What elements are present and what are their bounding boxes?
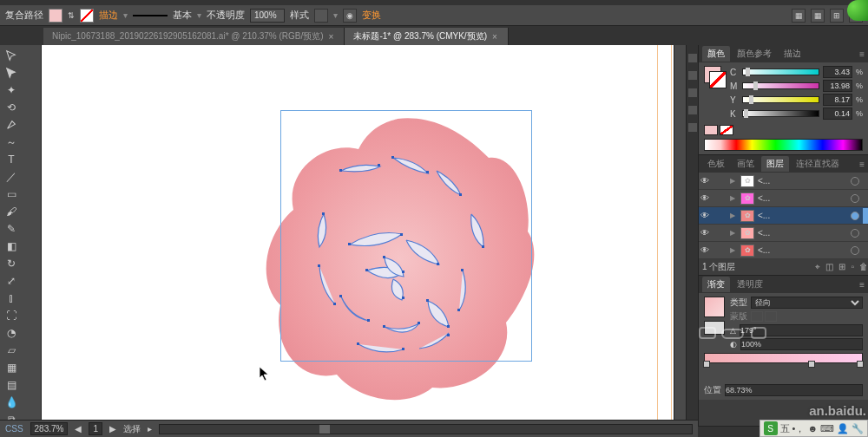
dock-icon[interactable] <box>688 123 697 132</box>
free-transform-tool[interactable]: ⛶ <box>2 307 21 324</box>
artboard-prev-icon[interactable]: ◀ <box>75 424 82 434</box>
zoom-input[interactable]: 283.7% <box>30 422 69 435</box>
lasso-tool[interactable]: ⟲ <box>2 99 21 116</box>
selection-bounding-box[interactable] <box>280 110 532 362</box>
layer-name[interactable]: <... <box>758 245 847 255</box>
visibility-icon[interactable]: 👁 <box>699 193 711 203</box>
disclosure-icon[interactable]: ▶ <box>730 212 737 219</box>
tab-color[interactable]: 颜色 <box>702 46 730 62</box>
gradient-stop[interactable] <box>703 361 710 368</box>
dock-icon[interactable] <box>688 54 697 62</box>
rectangle-tool[interactable]: ▭ <box>2 186 21 203</box>
document-tab-active[interactable]: 未标题-1* @ 283.7% (CMYK/预览) × <box>345 28 508 45</box>
rotate-tool[interactable]: ↻ <box>2 255 21 272</box>
shape-builder-tool[interactable]: ◔ <box>2 324 21 342</box>
stroke-preview[interactable] <box>709 71 727 88</box>
ime-mode-label[interactable]: 五 <box>780 422 790 435</box>
guide-line[interactable] <box>657 45 658 427</box>
channel-slider[interactable] <box>742 96 819 103</box>
delete-layer-icon[interactable]: 🗑 <box>859 262 868 272</box>
dock-icon[interactable] <box>688 106 697 114</box>
swap-icon[interactable]: ⇅ <box>68 11 75 20</box>
align-icon-3[interactable]: ⊞ <box>830 9 844 23</box>
dock-icon[interactable] <box>688 88 697 97</box>
new-layer-icon[interactable]: ▫ <box>851 262 854 272</box>
ime-toolbar[interactable]: S 五 •， ☻ ⌨ 👤 🔧 <box>760 420 868 437</box>
gradient-stop[interactable] <box>808 361 815 368</box>
tab-brushes[interactable]: 画笔 <box>732 156 760 172</box>
gradient-tool[interactable]: ▤ <box>2 376 21 394</box>
channel-value-input[interactable] <box>823 80 852 92</box>
artboard-number[interactable]: 1 <box>89 422 102 435</box>
channel-slider[interactable] <box>742 110 819 117</box>
gradient-slider[interactable] <box>704 353 863 363</box>
gradient-location-input[interactable] <box>725 384 863 396</box>
disclosure-icon[interactable]: ▶ <box>730 194 737 202</box>
layer-name[interactable]: <... <box>758 193 847 203</box>
ime-logo-icon[interactable]: S <box>764 421 778 435</box>
target-icon[interactable] <box>851 212 859 220</box>
locate-object-icon[interactable]: ⌖ <box>815 262 820 272</box>
channel-value-input[interactable] <box>823 94 852 106</box>
eraser-tool[interactable]: ◧ <box>2 238 21 255</box>
ime-person-icon[interactable]: 👤 <box>837 423 849 434</box>
layer-row[interactable]: 👁 ▶ ✿ <... <box>699 225 868 242</box>
visibility-icon[interactable]: 👁 <box>699 245 711 255</box>
disclosure-icon[interactable]: ▶ <box>730 229 737 237</box>
curvature-tool[interactable]: ～ <box>2 134 21 151</box>
panel-menu-icon[interactable]: ≡ <box>859 49 865 59</box>
type-tool[interactable]: T <box>2 151 21 168</box>
channel-slider[interactable] <box>742 82 819 89</box>
mesh-tool[interactable]: ▦ <box>2 359 21 376</box>
ime-settings-icon[interactable]: 🔧 <box>852 423 864 434</box>
visibility-icon[interactable]: 👁 <box>699 211 711 220</box>
layer-row[interactable]: 👁 ▶ ✿ <... <box>699 207 868 225</box>
layer-row[interactable]: 👁 ▶ ✿ <... <box>699 190 868 207</box>
tab-color-guide[interactable]: 颜色参考 <box>732 46 777 62</box>
disclosure-icon[interactable]: ▶ <box>730 246 737 254</box>
dock-icon[interactable] <box>688 71 697 80</box>
target-icon[interactable] <box>851 194 859 203</box>
channel-value-input[interactable] <box>823 108 852 120</box>
direct-selection-tool[interactable] <box>2 64 21 82</box>
disclosure-icon[interactable]: ▶ <box>730 177 737 185</box>
none-swatch[interactable] <box>720 125 733 135</box>
line-tool[interactable]: ／ <box>2 168 21 186</box>
artboard-next-icon[interactable]: ▶ <box>109 424 116 434</box>
panel-menu-icon[interactable]: ≡ <box>859 160 865 169</box>
tab-layers[interactable]: 图层 <box>761 156 789 172</box>
layer-row[interactable]: 👁 ▶ ✿ <... <box>699 242 868 259</box>
visibility-icon[interactable]: 👁 <box>699 176 711 186</box>
tab-pathfinder[interactable]: 连径直找器 <box>791 156 845 172</box>
ime-emoji-icon[interactable]: ☻ <box>807 423 818 434</box>
layer-name[interactable]: <... <box>758 211 847 220</box>
eyedropper-tool[interactable]: 💧 <box>2 394 21 411</box>
layer-name[interactable]: <... <box>758 228 847 238</box>
stroke-link[interactable]: 描边 <box>99 9 118 22</box>
panel-menu-icon[interactable]: ≡ <box>859 280 865 290</box>
gradient-type-select[interactable]: 径向 <box>751 297 863 309</box>
pen-tool[interactable] <box>2 116 21 134</box>
user-avatar-icon[interactable] <box>847 0 868 21</box>
new-sublayer-icon[interactable]: ⊞ <box>838 262 845 272</box>
color-spectrum[interactable] <box>704 139 863 151</box>
fill-swatch[interactable] <box>49 9 62 23</box>
tab-stroke[interactable]: 描边 <box>779 46 806 62</box>
target-icon[interactable] <box>851 229 859 238</box>
document-tab[interactable]: Nipic_10673188_20190226192905162081.ai* … <box>43 28 345 45</box>
ime-punct-icon[interactable]: •， <box>792 422 806 435</box>
ime-keyboard-icon[interactable]: ⌨ <box>820 423 834 434</box>
close-icon[interactable]: × <box>492 32 497 42</box>
gradient-stop[interactable] <box>857 361 864 368</box>
selection-tool[interactable] <box>2 47 21 64</box>
guide-line[interactable] <box>671 45 672 427</box>
width-tool[interactable]: ⫿ <box>2 290 21 307</box>
target-icon[interactable] <box>851 177 859 186</box>
tab-swatches[interactable]: 色板 <box>702 156 730 172</box>
layer-row[interactable]: 👁 ▶ ✿ <... <box>699 173 868 190</box>
pencil-tool[interactable]: ✎ <box>2 220 21 238</box>
stroke-swatch[interactable] <box>80 9 94 23</box>
visibility-icon[interactable]: 👁 <box>699 228 711 238</box>
perspective-tool[interactable]: ▱ <box>2 342 21 359</box>
target-icon[interactable] <box>851 246 859 255</box>
